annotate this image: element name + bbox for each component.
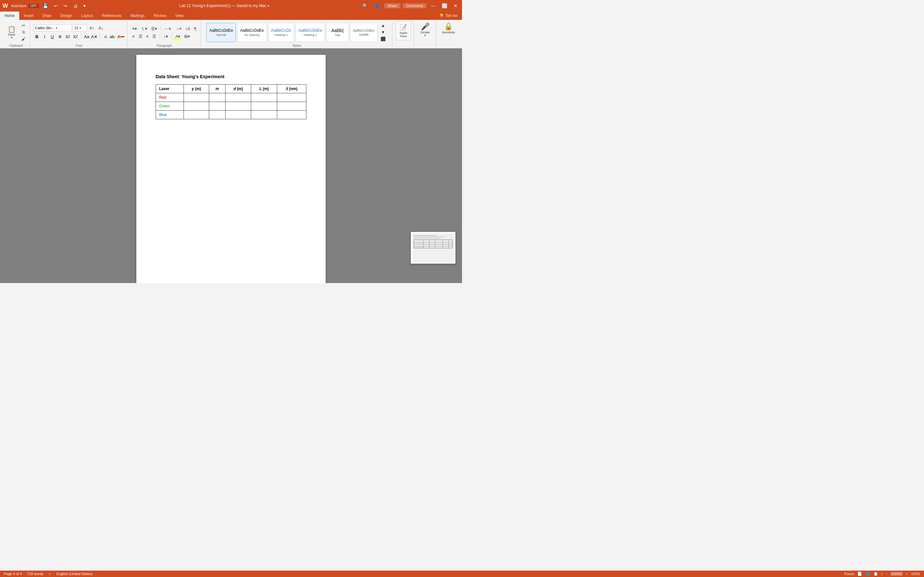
tab-references[interactable]: References <box>97 11 126 20</box>
copy-button[interactable]: ⎘ <box>20 29 27 35</box>
dictate-button[interactable]: 🎤 Dictate ▾ <box>417 21 433 38</box>
lambda-red[interactable] <box>277 93 306 102</box>
italic-button[interactable]: I <box>41 33 48 40</box>
numbering-button[interactable]: ⒈▾ <box>139 25 149 32</box>
laser-blue: Blue <box>156 111 184 119</box>
microphone-icon: 🎤 <box>421 23 430 31</box>
m-green[interactable] <box>209 102 226 111</box>
styles-pane-button[interactable]: 📝 StylesPane <box>396 21 411 40</box>
comments-button[interactable]: Comments <box>403 3 426 8</box>
style-title[interactable]: AaBb( Title <box>326 23 349 42</box>
sort-button[interactable]: ↕A <box>184 25 192 32</box>
superscript-button[interactable]: X2 <box>72 33 79 40</box>
col-L: L (m) <box>251 85 277 93</box>
tab-view[interactable]: View <box>171 11 188 20</box>
table-row: Green <box>156 102 306 111</box>
d-blue[interactable] <box>225 111 251 119</box>
m-red[interactable] <box>209 93 226 102</box>
styles-pane-group: 📝 StylesPane <box>393 21 414 47</box>
tab-tell-me[interactable]: 💡 Tell me <box>435 11 462 20</box>
style-no-spacing[interactable]: AaBbCcDdEe No Spacing <box>237 23 267 42</box>
sensitivity-button[interactable]: 🔒 Sensitivity <box>439 21 457 35</box>
paste-button[interactable]: 📋 Paste ▾ <box>5 24 19 40</box>
search-button[interactable]: 🔍 <box>360 3 370 9</box>
change-case-button[interactable]: Aa <box>83 33 90 40</box>
d-red[interactable] <box>225 93 251 102</box>
style-heading1[interactable]: AaBbCcDc Heading 1 <box>268 23 294 42</box>
share-button[interactable]: Share <box>384 3 400 8</box>
L-green[interactable] <box>251 102 277 111</box>
subscript-button[interactable]: X2 <box>64 33 71 40</box>
decrease-indent-button[interactable]: ←≡ <box>163 25 173 32</box>
y-blue[interactable] <box>184 111 209 119</box>
increase-indent-button[interactable]: →≡ <box>173 25 183 32</box>
styles-scroll-up[interactable]: ▲ <box>379 23 387 29</box>
styles-pane-icon: 📝 <box>400 24 407 31</box>
lambda-blue[interactable] <box>277 111 306 119</box>
align-left-button[interactable]: ≡ <box>131 33 136 39</box>
tab-mailings[interactable]: Mailings <box>126 11 149 20</box>
close-button[interactable]: ✕ <box>452 3 459 9</box>
tab-insert[interactable]: Insert <box>19 11 38 20</box>
align-right-button[interactable]: ≡ <box>145 33 150 39</box>
styles-gallery: AaBbCcDdEe Normal AaBbCcDdEe No Spacing … <box>206 23 378 42</box>
borders-button[interactable]: ⊞▾ <box>183 33 192 39</box>
redo-button[interactable]: ↪ <box>61 3 69 9</box>
clipboard-group: 📋 Paste ▾ ✂ ⎘ 🖌 Clipboard <box>2 21 30 47</box>
page-content: Data Sheet: Young's Experiment Laser y (… <box>156 74 306 119</box>
decrease-font-button[interactable]: A↓ <box>97 25 105 31</box>
format-painter-button[interactable]: 🖌 <box>20 36 27 42</box>
table-header-row: Laser y (m) m d (m) L (m) λ (nm) <box>156 85 306 93</box>
style-heading2[interactable]: AaBbCcDdEe Heading 2 <box>296 23 325 42</box>
save-button[interactable]: 💾 <box>41 3 50 9</box>
autosave-toggle[interactable]: OFF <box>29 4 39 8</box>
font-color-button[interactable]: A <box>118 33 124 40</box>
underline-button[interactable]: U <box>49 33 56 40</box>
title-bar: W AutoSave OFF 💾 ↩ ↪ 🖨 ▾ Lab 12 Young's … <box>0 0 462 11</box>
show-hide-button[interactable]: ¶ <box>192 25 198 32</box>
L-red[interactable] <box>251 93 277 102</box>
tab-review[interactable]: Review <box>149 11 171 20</box>
cut-button[interactable]: ✂ <box>20 23 27 29</box>
bold-button[interactable]: B <box>33 33 40 40</box>
style-normal[interactable]: AaBbCcDdEe Normal <box>206 23 236 42</box>
maximize-button[interactable]: ⬜ <box>440 3 449 9</box>
undo-button[interactable]: ↩ <box>52 3 60 9</box>
font-family-selector[interactable]: Calibri (Bo... ▾ <box>33 24 72 31</box>
d-green[interactable] <box>225 102 251 111</box>
bullets-button[interactable]: ≡▾ <box>131 25 139 32</box>
saved-dropdown[interactable]: ▾ <box>268 4 269 8</box>
col-m: m <box>209 85 226 93</box>
strikethrough-button[interactable]: S <box>57 33 63 40</box>
print-button[interactable]: 🖨 <box>71 3 79 9</box>
styles-more[interactable]: ⬛ <box>379 36 387 42</box>
multilevel-button[interactable]: ☰▾ <box>150 25 159 32</box>
tab-layout[interactable]: Layout <box>77 11 97 20</box>
ribbon-content: 📋 Paste ▾ ✂ ⎘ 🖌 Clipboard Calibri (Bo... <box>0 20 462 48</box>
align-center-button[interactable]: ☰ <box>137 33 144 39</box>
line-spacing-button[interactable]: ↕▾ <box>162 33 170 39</box>
increase-font-button[interactable]: A↑ <box>88 25 96 31</box>
y-red[interactable] <box>184 93 209 102</box>
tab-home[interactable]: Home <box>0 11 19 20</box>
m-blue[interactable] <box>209 111 226 119</box>
minimize-button[interactable]: — <box>429 3 437 9</box>
clear-format-button[interactable]: A✕ <box>91 33 98 40</box>
tab-draw[interactable]: Draw <box>38 11 56 20</box>
y-green[interactable] <box>184 102 209 111</box>
justify-button[interactable]: ☰ <box>151 33 158 39</box>
account-button[interactable]: 👤 <box>373 3 382 9</box>
highlight-button[interactable]: ab <box>110 33 117 40</box>
lambda-green[interactable] <box>277 102 306 111</box>
style-subtitle[interactable]: AaBbCcDdEe Subtitle <box>350 23 378 42</box>
text-effects-button[interactable]: A <box>102 33 109 40</box>
L-blue[interactable] <box>251 111 277 119</box>
styles-label: Styles <box>292 44 301 47</box>
tab-design[interactable]: Design <box>56 11 77 20</box>
styles-scroll-down[interactable]: ▼ <box>379 29 387 35</box>
laser-red: Red <box>156 93 184 102</box>
customize-qat-button[interactable]: ▾ <box>81 3 87 9</box>
shading-button[interactable]: A▾ <box>174 33 182 39</box>
font-size-selector[interactable]: 12 ▾ <box>73 24 87 31</box>
word-logo-icon: W <box>3 3 8 9</box>
